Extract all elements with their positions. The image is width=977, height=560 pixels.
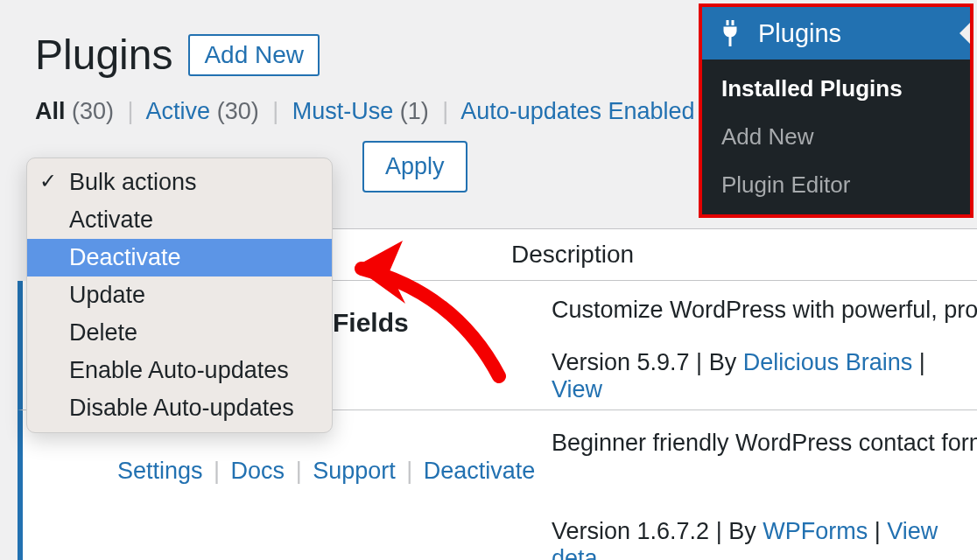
filter-active-count: (30) — [217, 98, 259, 124]
bulk-actions-dropdown[interactable]: Bulk actions Activate Deactivate Update … — [26, 158, 333, 433]
settings-link[interactable]: Settings — [117, 458, 203, 484]
plugin-version-text: Version 5.9.7 | By — [552, 349, 743, 375]
support-link[interactable]: Support — [313, 458, 396, 484]
filter-must-use[interactable]: Must-Use — [292, 98, 394, 124]
add-new-button[interactable]: Add New — [188, 34, 320, 76]
filter-auto-updates[interactable]: Auto-updates Enabled — [460, 98, 694, 124]
filter-all-count: (30) — [72, 98, 114, 124]
plugin-version-text: Version 1.6.7.2 | By — [552, 518, 763, 544]
bulk-option-enable-auto[interactable]: Enable Auto-updates — [27, 352, 332, 389]
plugin-description: Beginner friendly WordPress contact form… — [552, 426, 977, 460]
submenu-add-new[interactable]: Add New — [702, 113, 970, 161]
bulk-option-update[interactable]: Update — [27, 276, 332, 314]
plugin-action-links: Settings | Docs | Support | Deactivate — [117, 458, 535, 485]
view-details-link[interactable]: View — [552, 376, 602, 402]
submenu-installed-plugins[interactable]: Installed Plugins — [702, 65, 970, 113]
submenu-plugin-editor[interactable]: Plugin Editor — [702, 161, 970, 209]
filter-active[interactable]: Active — [146, 98, 211, 124]
plugin-name-fragment: Fields — [333, 308, 409, 338]
pointer-icon — [959, 23, 970, 44]
admin-submenu-plugins: Plugins Installed Plugins Add New Plugin… — [699, 4, 973, 218]
plugin-author-link[interactable]: Delicious Brains — [743, 349, 913, 375]
filter-all[interactable]: All — [35, 98, 66, 124]
apply-button[interactable]: Apply — [362, 141, 467, 192]
submenu-header[interactable]: Plugins — [702, 7, 970, 60]
plugin-author-link[interactable]: WPForms — [763, 518, 868, 544]
filter-mustuse-count: (1) — [400, 98, 429, 124]
bulk-option-activate[interactable]: Activate — [27, 201, 332, 239]
plugin-description: Customize WordPress with powerful, pro — [552, 297, 977, 324]
submenu-title: Plugins — [758, 19, 841, 48]
docs-link[interactable]: Docs — [231, 458, 285, 484]
bulk-option-delete[interactable]: Delete — [27, 314, 332, 352]
bulk-option-disable-auto[interactable]: Disable Auto-updates — [27, 389, 332, 427]
page-title: Plugins — [35, 31, 172, 79]
bulk-option-bulk-actions[interactable]: Bulk actions — [27, 164, 332, 201]
plug-icon — [714, 18, 746, 49]
column-header-description: Description — [511, 241, 634, 269]
deactivate-link[interactable]: Deactivate — [424, 458, 536, 484]
bulk-option-deactivate[interactable]: Deactivate — [27, 239, 332, 276]
